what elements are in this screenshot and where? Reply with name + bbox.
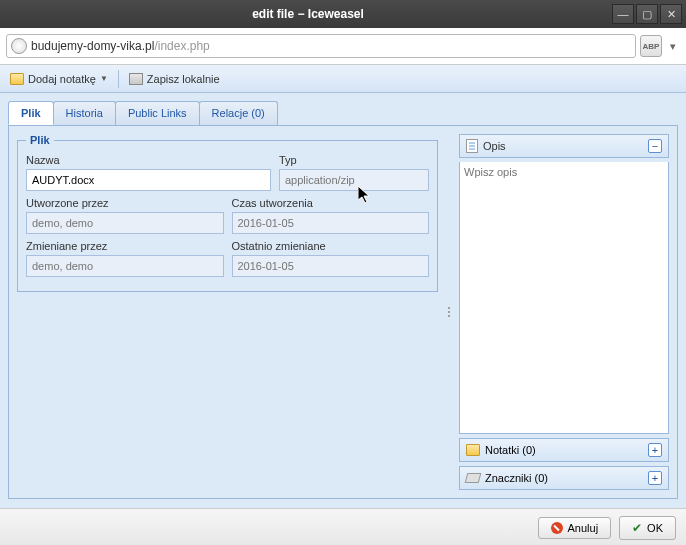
modified-by-label: Zmieniane przez: [26, 240, 224, 252]
document-icon: [466, 139, 478, 153]
url-bar-row: budujemy-domy-vika.pl/index.php ABP ▾: [0, 28, 686, 65]
tag-icon: [465, 473, 482, 483]
check-icon: ✔: [632, 521, 642, 535]
tab-relacje[interactable]: Relacje (0): [199, 101, 278, 125]
type-label: Typ: [279, 154, 429, 166]
opis-header: Opis: [459, 134, 669, 158]
cancel-label: Anuluj: [568, 522, 599, 534]
notatki-panel[interactable]: Notatki (0): [459, 438, 669, 462]
created-by-input: [26, 212, 224, 234]
folder-icon: [10, 73, 24, 85]
plik-legend: Plik: [26, 134, 54, 146]
znaczniki-panel[interactable]: Znaczniki (0): [459, 466, 669, 490]
toolbar-separator: [118, 70, 119, 88]
type-input: [279, 169, 429, 191]
close-button[interactable]: ✕: [660, 4, 682, 24]
titlebar: edit file − Iceweasel — ▢ ✕: [0, 0, 686, 28]
plik-fieldset: Plik Nazwa Typ Utworzone przez: [17, 134, 438, 292]
tab-plik[interactable]: Plik: [8, 101, 54, 125]
disk-icon: [129, 73, 143, 85]
globe-icon: [11, 38, 27, 54]
modified-at-label: Ostatnio zmieniane: [232, 240, 430, 252]
notatki-title: Notatki (0): [485, 444, 643, 456]
add-note-button[interactable]: Dodaj notatkę ▼: [6, 71, 112, 87]
toolbar: Dodaj notatkę ▼ Zapisz lokalnie: [0, 65, 686, 93]
url-bar[interactable]: budujemy-domy-vika.pl/index.php: [6, 34, 636, 58]
opis-textarea[interactable]: [460, 162, 668, 433]
created-at-label: Czas utworzenia: [232, 197, 430, 209]
add-note-label: Dodaj notatkę: [28, 73, 96, 85]
notatki-expand-button[interactable]: [648, 443, 662, 457]
tab-body: Plik Nazwa Typ Utworzone przez: [8, 126, 678, 499]
tab-historia[interactable]: Historia: [53, 101, 116, 125]
button-bar: Anuluj ✔ OK: [0, 508, 686, 545]
name-label: Nazwa: [26, 154, 271, 166]
maximize-button[interactable]: ▢: [636, 4, 658, 24]
content: Plik Historia Public Links Relacje (0) P…: [0, 93, 686, 508]
abp-button[interactable]: ABP: [640, 35, 662, 57]
modified-by-input: [26, 255, 224, 277]
opis-title: Opis: [483, 140, 643, 152]
opis-body: [459, 162, 669, 434]
save-local-button[interactable]: Zapisz lokalnie: [125, 71, 224, 87]
znaczniki-expand-button[interactable]: [648, 471, 662, 485]
window-title: edit file − Iceweasel: [4, 7, 612, 21]
opis-collapse-button[interactable]: [648, 139, 662, 153]
ok-label: OK: [647, 522, 663, 534]
created-at-input: [232, 212, 430, 234]
znaczniki-title: Znaczniki (0): [485, 472, 643, 484]
url-dropdown[interactable]: ▾: [666, 35, 680, 57]
modified-at-input: [232, 255, 430, 277]
cancel-button[interactable]: Anuluj: [538, 517, 612, 539]
name-input[interactable]: [26, 169, 271, 191]
minimize-button[interactable]: —: [612, 4, 634, 24]
tab-public-links[interactable]: Public Links: [115, 101, 200, 125]
cancel-icon: [551, 522, 563, 534]
url-domain: budujemy-domy-vika.pl: [31, 39, 154, 53]
created-by-label: Utworzone przez: [26, 197, 224, 209]
ok-button[interactable]: ✔ OK: [619, 516, 676, 540]
right-column: Opis Notatki (0) Znaczniki (0): [459, 134, 669, 490]
save-local-label: Zapisz lokalnie: [147, 73, 220, 85]
folder-icon: [466, 444, 480, 456]
splitter-handle[interactable]: [446, 134, 451, 490]
url-path: /index.php: [154, 39, 209, 53]
chevron-down-icon: ▼: [100, 74, 108, 83]
left-column: Plik Nazwa Typ Utworzone przez: [17, 134, 438, 490]
tabs: Plik Historia Public Links Relacje (0): [8, 101, 678, 126]
